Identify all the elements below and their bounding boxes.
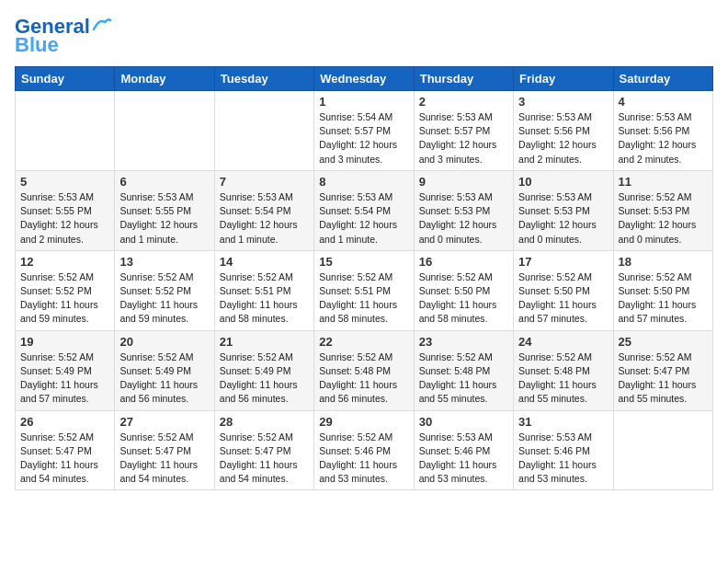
day-number: 27 xyxy=(119,415,209,429)
day-info: Sunrise: 5:52 AM Sunset: 5:49 PM Dayligh… xyxy=(20,350,109,407)
day-info: Sunrise: 5:52 AM Sunset: 5:48 PM Dayligh… xyxy=(518,350,608,407)
calendar-cell: 22Sunrise: 5:52 AM Sunset: 5:48 PM Dayli… xyxy=(314,330,414,410)
calendar-cell: 29Sunrise: 5:52 AM Sunset: 5:46 PM Dayli… xyxy=(314,410,414,490)
day-info: Sunrise: 5:52 AM Sunset: 5:50 PM Dayligh… xyxy=(619,270,708,327)
calendar-cell: 10Sunrise: 5:53 AM Sunset: 5:53 PM Dayli… xyxy=(514,170,613,250)
day-info: Sunrise: 5:52 AM Sunset: 5:47 PM Dayligh… xyxy=(20,431,109,487)
day-number: 16 xyxy=(419,255,508,269)
day-number: 9 xyxy=(419,175,508,189)
day-info: Sunrise: 5:52 AM Sunset: 5:52 PM Dayligh… xyxy=(20,270,109,327)
day-info: Sunrise: 5:52 AM Sunset: 5:48 PM Dayligh… xyxy=(419,350,508,407)
calendar-cell: 30Sunrise: 5:53 AM Sunset: 5:46 PM Dayli… xyxy=(414,410,513,490)
week-row-4: 19Sunrise: 5:52 AM Sunset: 5:49 PM Dayli… xyxy=(16,330,713,410)
day-number: 3 xyxy=(518,95,608,109)
calendar-cell: 8Sunrise: 5:53 AM Sunset: 5:54 PM Daylig… xyxy=(314,170,414,250)
calendar-cell: 5Sunrise: 5:53 AM Sunset: 5:55 PM Daylig… xyxy=(16,170,115,250)
calendar-cell xyxy=(115,91,214,171)
day-info: Sunrise: 5:52 AM Sunset: 5:53 PM Dayligh… xyxy=(619,190,708,247)
calendar-cell: 7Sunrise: 5:53 AM Sunset: 5:54 PM Daylig… xyxy=(214,170,313,250)
calendar-cell: 2Sunrise: 5:53 AM Sunset: 5:57 PM Daylig… xyxy=(414,91,513,171)
calendar-cell: 16Sunrise: 5:52 AM Sunset: 5:50 PM Dayli… xyxy=(414,250,513,330)
calendar-cell: 19Sunrise: 5:52 AM Sunset: 5:49 PM Dayli… xyxy=(16,330,115,410)
logo-blue: Blue xyxy=(15,33,59,57)
day-info: Sunrise: 5:53 AM Sunset: 5:53 PM Dayligh… xyxy=(419,190,508,247)
weekday-friday: Friday xyxy=(514,67,613,91)
weekday-saturday: Saturday xyxy=(613,67,712,91)
day-number: 30 xyxy=(419,415,508,429)
weekday-sunday: Sunday xyxy=(16,67,115,91)
day-info: Sunrise: 5:53 AM Sunset: 5:56 PM Dayligh… xyxy=(619,110,708,167)
day-number: 26 xyxy=(20,415,109,429)
weekday-tuesday: Tuesday xyxy=(214,67,313,91)
weekday-wednesday: Wednesday xyxy=(314,67,414,91)
day-number: 10 xyxy=(518,175,608,189)
day-info: Sunrise: 5:52 AM Sunset: 5:49 PM Dayligh… xyxy=(119,350,209,407)
day-info: Sunrise: 5:53 AM Sunset: 5:46 PM Dayligh… xyxy=(419,431,508,487)
calendar-cell xyxy=(214,91,313,171)
day-info: Sunrise: 5:52 AM Sunset: 5:47 PM Dayligh… xyxy=(119,431,209,487)
calendar-cell: 17Sunrise: 5:52 AM Sunset: 5:50 PM Dayli… xyxy=(514,250,613,330)
calendar-cell: 23Sunrise: 5:52 AM Sunset: 5:48 PM Dayli… xyxy=(414,330,513,410)
logo-bird-icon xyxy=(92,17,112,33)
calendar-body: 1Sunrise: 5:54 AM Sunset: 5:57 PM Daylig… xyxy=(16,91,713,490)
calendar-cell: 24Sunrise: 5:52 AM Sunset: 5:48 PM Dayli… xyxy=(514,330,613,410)
calendar-cell: 13Sunrise: 5:52 AM Sunset: 5:52 PM Dayli… xyxy=(115,250,214,330)
day-number: 23 xyxy=(419,335,508,349)
day-number: 7 xyxy=(220,175,309,189)
day-info: Sunrise: 5:52 AM Sunset: 5:51 PM Dayligh… xyxy=(319,270,408,327)
day-info: Sunrise: 5:52 AM Sunset: 5:46 PM Dayligh… xyxy=(319,431,408,487)
day-info: Sunrise: 5:52 AM Sunset: 5:52 PM Dayligh… xyxy=(119,270,209,327)
day-number: 18 xyxy=(619,255,708,269)
day-info: Sunrise: 5:53 AM Sunset: 5:53 PM Dayligh… xyxy=(518,190,608,247)
day-number: 25 xyxy=(619,335,708,349)
day-info: Sunrise: 5:53 AM Sunset: 5:54 PM Dayligh… xyxy=(319,190,408,247)
day-number: 19 xyxy=(20,335,109,349)
weekday-monday: Monday xyxy=(115,67,214,91)
logo: General Blue xyxy=(15,15,112,57)
day-info: Sunrise: 5:53 AM Sunset: 5:57 PM Dayligh… xyxy=(419,110,508,167)
calendar-cell: 21Sunrise: 5:52 AM Sunset: 5:49 PM Dayli… xyxy=(214,330,313,410)
day-info: Sunrise: 5:52 AM Sunset: 5:51 PM Dayligh… xyxy=(220,270,309,327)
day-info: Sunrise: 5:52 AM Sunset: 5:50 PM Dayligh… xyxy=(518,270,608,327)
day-info: Sunrise: 5:52 AM Sunset: 5:47 PM Dayligh… xyxy=(220,431,309,487)
weekday-header-row: SundayMondayTuesdayWednesdayThursdayFrid… xyxy=(16,67,713,91)
calendar-cell: 6Sunrise: 5:53 AM Sunset: 5:55 PM Daylig… xyxy=(115,170,214,250)
week-row-5: 26Sunrise: 5:52 AM Sunset: 5:47 PM Dayli… xyxy=(16,410,713,490)
calendar-cell: 3Sunrise: 5:53 AM Sunset: 5:56 PM Daylig… xyxy=(514,91,613,171)
calendar-table: SundayMondayTuesdayWednesdayThursdayFrid… xyxy=(15,66,713,490)
day-info: Sunrise: 5:53 AM Sunset: 5:54 PM Dayligh… xyxy=(220,190,309,247)
day-number: 12 xyxy=(20,255,109,269)
day-info: Sunrise: 5:53 AM Sunset: 5:55 PM Dayligh… xyxy=(20,190,109,247)
day-info: Sunrise: 5:54 AM Sunset: 5:57 PM Dayligh… xyxy=(319,110,408,167)
calendar-cell: 1Sunrise: 5:54 AM Sunset: 5:57 PM Daylig… xyxy=(314,91,414,171)
day-number: 2 xyxy=(419,95,508,109)
week-row-2: 5Sunrise: 5:53 AM Sunset: 5:55 PM Daylig… xyxy=(16,170,713,250)
day-info: Sunrise: 5:53 AM Sunset: 5:56 PM Dayligh… xyxy=(518,110,608,167)
calendar-cell: 26Sunrise: 5:52 AM Sunset: 5:47 PM Dayli… xyxy=(16,410,115,490)
weekday-thursday: Thursday xyxy=(414,67,513,91)
calendar-cell: 28Sunrise: 5:52 AM Sunset: 5:47 PM Dayli… xyxy=(214,410,313,490)
day-number: 8 xyxy=(319,175,408,189)
calendar-cell: 4Sunrise: 5:53 AM Sunset: 5:56 PM Daylig… xyxy=(613,91,712,171)
day-info: Sunrise: 5:53 AM Sunset: 5:55 PM Dayligh… xyxy=(119,190,209,247)
day-info: Sunrise: 5:53 AM Sunset: 5:46 PM Dayligh… xyxy=(518,431,608,487)
calendar-cell: 25Sunrise: 5:52 AM Sunset: 5:47 PM Dayli… xyxy=(613,330,712,410)
calendar-cell: 31Sunrise: 5:53 AM Sunset: 5:46 PM Dayli… xyxy=(514,410,613,490)
calendar-cell xyxy=(613,410,712,490)
day-number: 11 xyxy=(619,175,708,189)
day-number: 24 xyxy=(518,335,608,349)
calendar-cell: 12Sunrise: 5:52 AM Sunset: 5:52 PM Dayli… xyxy=(16,250,115,330)
week-row-3: 12Sunrise: 5:52 AM Sunset: 5:52 PM Dayli… xyxy=(16,250,713,330)
calendar-cell: 18Sunrise: 5:52 AM Sunset: 5:50 PM Dayli… xyxy=(613,250,712,330)
day-number: 1 xyxy=(319,95,408,109)
day-info: Sunrise: 5:52 AM Sunset: 5:49 PM Dayligh… xyxy=(220,350,309,407)
day-number: 31 xyxy=(518,415,608,429)
calendar-cell: 14Sunrise: 5:52 AM Sunset: 5:51 PM Dayli… xyxy=(214,250,313,330)
page-header: General Blue xyxy=(15,15,713,57)
week-row-1: 1Sunrise: 5:54 AM Sunset: 5:57 PM Daylig… xyxy=(16,91,713,171)
calendar-cell: 15Sunrise: 5:52 AM Sunset: 5:51 PM Dayli… xyxy=(314,250,414,330)
calendar-cell: 9Sunrise: 5:53 AM Sunset: 5:53 PM Daylig… xyxy=(414,170,513,250)
calendar-cell xyxy=(16,91,115,171)
calendar-cell: 11Sunrise: 5:52 AM Sunset: 5:53 PM Dayli… xyxy=(613,170,712,250)
day-number: 13 xyxy=(119,255,209,269)
